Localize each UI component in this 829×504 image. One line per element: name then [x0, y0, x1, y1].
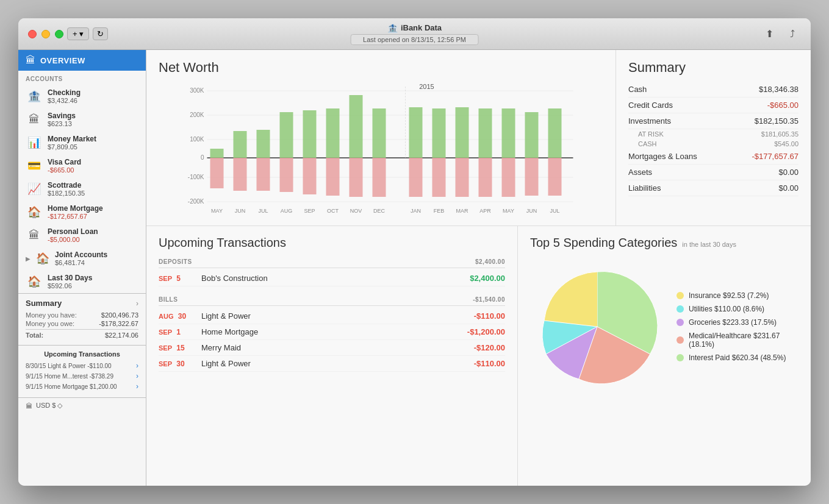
account-name: Personal Loan [48, 227, 98, 236]
account-icon: 🏦 [26, 88, 43, 105]
account-balance: -$172,657.67 [48, 213, 103, 220]
summary-row: Mortgages & Loans -$177,657.67 [628, 149, 798, 165]
spending-subtitle: in the last 30 days [682, 241, 736, 248]
title-center: 🏦 iBank Data Last opened on 8/13/15, 12:… [350, 23, 479, 45]
trans-day: 30 [176, 360, 184, 368]
bills-total: -$1,540.00 [473, 296, 505, 303]
account-name: Visa Card [48, 158, 81, 166]
upcoming-mini-item: 9/1/15 Home M...terest -$738.29 › [26, 372, 138, 380]
sidebar-item-visa-card[interactable]: 💳 Visa Card -$665.00 [18, 154, 146, 177]
sidebar: 🏛 OVERVIEW ACCOUNTS 🏦 Checking $3,432.46… [18, 50, 146, 486]
sidebar-item-home-mortgage[interactable]: 🏠 Home Mortgage -$172,657.67 [18, 201, 146, 224]
upcoming-mini-arrow[interactable]: › [136, 382, 138, 391]
deposit-rows: SEP 5 Bob's Construction $2,400.00 [159, 271, 505, 286]
summary-items-list: Cash $18,346.38 Credit Cards -$665.00 In… [628, 82, 798, 196]
close-button[interactable] [28, 30, 37, 38]
sidebar-item-scottrade[interactable]: 📈 Scottrade $182,150.35 [18, 177, 146, 201]
trans-month: AUG [159, 313, 173, 320]
top-section: Net Worth 300K 200K 100K 0 -100K -200K [146, 50, 811, 226]
account-icon: 📈 [26, 180, 43, 197]
joint-accounts-name: Joint Accounts [55, 250, 107, 259]
overview-label: OVERVIEW [40, 56, 85, 65]
svg-rect-39 [502, 158, 515, 197]
money-have-value: $200,496.73 [101, 311, 138, 319]
transaction-row: SEP 15 Merry Maid -$120.00 [159, 340, 505, 356]
sidebar-item-savings[interactable]: 🏛 Savings $623.13 [18, 108, 146, 131]
group-icon: 🏠 [34, 250, 51, 267]
sidebar-item-checking[interactable]: 🏦 Checking $3,432.46 [18, 85, 146, 108]
export-button[interactable]: ⬆ [761, 26, 778, 43]
summary-item-label: Assets [628, 168, 652, 177]
upcoming-mini-arrow[interactable]: › [136, 361, 138, 370]
sidebar-item-personal-loan[interactable]: 🏛 Personal Loan -$5,000.00 [18, 224, 146, 247]
account-info: Checking $3,432.46 [48, 88, 81, 104]
account-balance: $3,432.46 [48, 97, 81, 104]
currency-label[interactable]: USD $ ◇ [36, 402, 62, 410]
svg-rect-26 [350, 95, 363, 158]
sidebar-overview[interactable]: 🏛 OVERVIEW [18, 50, 146, 71]
spending-legend: Insurance $92.53 (7.2%) Utilities $110.0… [676, 291, 798, 362]
share-button[interactable]: ⤴ [784, 26, 801, 43]
bills-label: BILLS [159, 296, 178, 303]
svg-rect-15 [210, 158, 224, 188]
last30-icon: 🏠 [26, 273, 43, 290]
total-row: Total: $22,174.06 [26, 329, 138, 339]
deposits-total: $2,400.00 [475, 258, 505, 265]
svg-text:MAY: MAY [503, 208, 514, 214]
summary-item-label: Investments [628, 116, 671, 126]
legend-dot [676, 336, 684, 344]
sidebar-item-last30[interactable]: 🏠 Last 30 Days $592.06 [18, 270, 146, 293]
legend-dot [676, 354, 684, 361]
account-name: Home Mortgage [48, 204, 103, 213]
window-title: 🏦 iBank Data [387, 23, 442, 33]
svg-text:NOV: NOV [350, 208, 362, 214]
minimize-button[interactable] [41, 30, 50, 38]
add-button[interactable]: + ▾ [67, 27, 89, 40]
account-name: Money Market [48, 135, 96, 143]
money-owe-value: -$178,322.67 [99, 320, 138, 327]
account-name: Scottrade [48, 181, 85, 190]
titlebar: + ▾ ↻ 🏦 iBank Data Last opened on 8/13/1… [18, 18, 811, 50]
svg-text:-200K: -200K [188, 198, 204, 205]
upcoming-mini-arrow[interactable]: › [136, 372, 138, 380]
joint-accounts-info: Joint Accounts $6,481.74 [55, 250, 107, 266]
refresh-button[interactable]: ↻ [93, 27, 108, 40]
trans-payee: Light & Power [201, 359, 474, 368]
svg-rect-37 [479, 158, 492, 197]
summary-item: Assets $0.00 [628, 165, 798, 180]
maximize-button[interactable] [55, 30, 63, 38]
account-icon: 💳 [26, 157, 43, 174]
summary-expand-icon[interactable]: › [136, 299, 138, 308]
money-owe-label: Money you owe: [26, 320, 74, 327]
legend-dot [676, 305, 684, 313]
svg-rect-14 [210, 149, 224, 158]
svg-text:JUN: JUN [235, 208, 246, 214]
legend-dot [676, 292, 684, 299]
summary-item-value: $0.00 [778, 168, 798, 177]
account-info: Savings $623.13 [48, 112, 76, 127]
main-area: 🏛 OVERVIEW ACCOUNTS 🏦 Checking $3,432.46… [18, 50, 811, 486]
sidebar-summary: Summary › Money you have: $200,496.73 Mo… [18, 293, 146, 345]
legend-label: Interest Paid $620.34 (48.5%) [689, 353, 786, 362]
trans-date: SEP 15 [159, 344, 201, 352]
svg-rect-29 [373, 158, 386, 197]
last30-name: Last 30 Days [48, 274, 92, 282]
svg-rect-32 [432, 108, 446, 158]
sidebar-item-money-market[interactable]: 📊 Money Market $7,809.05 [18, 131, 146, 154]
upcoming-mini-item: 9/1/15 Home Mortgage $1,200.00 › [26, 382, 138, 391]
svg-text:OCT: OCT [327, 208, 339, 214]
summary-panel: Summary Cash $18,346.38 Credit Cards -$6… [615, 50, 811, 225]
total-label: Total: [26, 332, 43, 339]
svg-text:MAR: MAR [456, 208, 469, 214]
legend-dot [676, 319, 684, 326]
summary-row: Cash $18,346.38 [628, 82, 798, 98]
pie-svg [530, 260, 664, 394]
group-arrow-icon: ▶ [26, 255, 31, 262]
account-info: Visa Card -$665.00 [48, 158, 81, 174]
svg-rect-23 [303, 158, 317, 194]
transaction-row: SEP 5 Bob's Construction $2,400.00 [159, 271, 505, 286]
upcoming-mini-items: 8/30/15 Light & Power -$110.00 › 9/1/15 … [26, 361, 138, 391]
account-icon: 🏛 [26, 227, 43, 244]
sidebar-item-joint-accounts[interactable]: ▶ 🏠 Joint Accounts $6,481.74 [18, 247, 146, 270]
summary-row: Investments $182,150.35 [628, 113, 798, 129]
